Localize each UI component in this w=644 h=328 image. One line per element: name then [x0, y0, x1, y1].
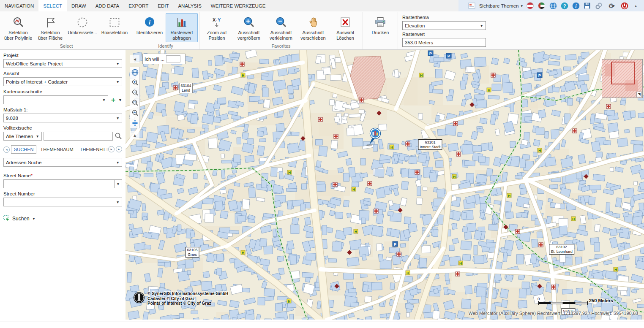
full-extent-globe-icon[interactable]: [130, 67, 139, 77]
zoom-in-extent-tool[interactable]: Ausschnitt vergrößern: [233, 13, 265, 42]
tab-analysis[interactable]: ANALYSIS: [173, 0, 206, 11]
zoom-out-extent-tool[interactable]: Ausschnitt verkleinern: [265, 13, 297, 42]
map-extents-select[interactable]: ▼: [3, 95, 108, 104]
collapse-ribbon-icon[interactable]: ▴: [632, 2, 640, 10]
zoom-in-icon[interactable]: [130, 77, 139, 87]
hand-icon: [307, 15, 319, 30]
add-extent-icon[interactable]: ＋: [110, 97, 117, 103]
copyright-line: Cadaster © City of Graz: [147, 296, 228, 301]
tab-navigation[interactable]: NAVIGATION: [0, 0, 38, 11]
flag-austria-icon[interactable]: [526, 2, 534, 10]
overview-toggle-icon[interactable]: ◥: [636, 92, 642, 97]
xy-coordinates-icon: X,Y: [210, 15, 223, 30]
tab-select[interactable]: SELECT: [38, 0, 67, 11]
street-name-dropdown-icon[interactable]: ▼: [114, 179, 122, 188]
select-circle-tool[interactable]: Umkreissele...: [66, 13, 98, 37]
rasterwert-field[interactable]: 353.0 Meters: [402, 38, 486, 47]
project-select[interactable]: WebOffice Sample Project▼: [3, 59, 122, 68]
i-will-widget[interactable]: Ich will ...: [142, 54, 186, 64]
copyright-line: Points of Interest © City of Graz: [147, 301, 228, 306]
flag-tool-icon: [44, 15, 57, 30]
tab-draw[interactable]: DRAW: [67, 0, 91, 11]
extent-menu-icon[interactable]: ▼: [118, 98, 122, 102]
group-label-identify: Identify: [132, 43, 199, 49]
printer-icon: [374, 15, 387, 30]
clear-selection-tool[interactable]: Auswahl Löschen: [329, 13, 361, 42]
search-magnifier-icon[interactable]: [115, 132, 122, 141]
select-polyline-tool[interactable]: Selektion über Polylinie: [2, 13, 34, 42]
identify-tool[interactable]: i Identifizieren: [134, 13, 166, 37]
district-label: 63104Lend: [179, 83, 193, 93]
print-tool[interactable]: Drucken: [364, 13, 396, 37]
flag-uae-icon[interactable]: [538, 2, 546, 10]
select-box-tool[interactable]: Boxselektion: [98, 13, 131, 37]
help-icon[interactable]: ?: [560, 2, 568, 10]
tabs-overflow-icon[interactable]: ▸: [116, 146, 122, 152]
pan-extent-tool[interactable]: Ausschnitt verschieben: [297, 13, 329, 42]
map-toolbar: ◂ ▴: [130, 55, 140, 143]
collapse-sidebar-button[interactable]: ◂: [130, 55, 139, 63]
scale-bar: 0 250 Meters: [538, 296, 622, 307]
chevron-down-icon[interactable]: ▾: [521, 4, 523, 8]
scale-distance-label: 250 Meters: [589, 298, 613, 303]
tab-weitere-werkzeuge[interactable]: WEITERE WERKZEUGE: [206, 0, 270, 11]
fulltext-search-input[interactable]: [44, 132, 113, 141]
search-tool-icon: [3, 215, 10, 222]
tabs-menu-icon[interactable]: ◂: [3, 146, 10, 153]
chevron-down-icon: ▼: [102, 98, 106, 102]
raster-query-tool[interactable]: Rasterwert abfragen: [166, 13, 198, 42]
bar-chart-icon: [175, 15, 188, 30]
visible-themes-icon[interactable]: [468, 2, 476, 10]
i-will-input[interactable]: [166, 55, 180, 62]
globe-icon[interactable]: [549, 2, 557, 10]
view-label: Ansicht: [3, 71, 122, 76]
pan-icon[interactable]: [130, 118, 139, 128]
scale-select[interactable]: 9.028▼: [3, 114, 122, 122]
zoom-out-icon[interactable]: [130, 87, 139, 98]
raster-panel: Rasterthema Elevation▼ Rasterwert 353.0 …: [398, 12, 488, 49]
visible-themes-label[interactable]: Sichtbare Themen: [479, 3, 519, 8]
map-viewport[interactable]: HHHHHHHHHHHHHHHHPPPP 63104Lend63101Inner…: [126, 50, 644, 320]
fulltext-scope-select[interactable]: Alle Themen▼: [3, 132, 42, 141]
link-icon[interactable]: [595, 2, 603, 10]
zoom-to-position-tool[interactable]: X,Y Zoom auf Position: [201, 13, 233, 42]
project-label: Projekt: [3, 53, 122, 58]
chevron-down-icon: ▼: [116, 80, 120, 84]
settings-gear-icon[interactable]: ⚙▾: [606, 2, 617, 10]
weboffice-app: NAVIGATION SELECT DRAW ADD DATA EXPORT E…: [0, 0, 644, 328]
tabs-scroll-right-icon[interactable]: ▸: [108, 146, 115, 152]
search-button[interactable]: Suchen ▼: [3, 215, 35, 222]
tab-edit[interactable]: EDIT: [153, 0, 173, 11]
scale-label: Maßstab 1:: [3, 107, 122, 112]
red-x-icon: [339, 15, 352, 30]
address-search-select[interactable]: Adressen Suche▼: [3, 158, 122, 167]
street-name-input[interactable]: [3, 179, 114, 188]
coordinate-statusbar: Web Mercator (Auxiliary Sphere) Rechtswe…: [468, 311, 638, 316]
view-select[interactable]: Points of Interest + Cadaster▼: [3, 77, 122, 86]
scale-zero-label: 0: [538, 296, 540, 301]
info-icon[interactable]: i: [572, 2, 580, 10]
rasterthema-select[interactable]: Elevation▼: [402, 21, 486, 30]
zoom-out-icon: [275, 15, 287, 30]
map-canvas[interactable]: HHHHHHHHHHHHHHHHPPPP: [126, 50, 644, 320]
collapse-map-toolbar-button[interactable]: ▴: [130, 131, 139, 139]
tab-export[interactable]: EXPORT: [124, 0, 153, 11]
district-label: 63102St. Leonhard: [549, 244, 574, 255]
street-number-select[interactable]: ▼: [3, 198, 122, 206]
logout-power-icon[interactable]: [620, 2, 628, 10]
zoom-in-icon: [243, 15, 255, 30]
previous-extent-icon[interactable]: [130, 108, 139, 118]
chevron-down-icon: ▼: [116, 62, 120, 66]
tab-suchen[interactable]: SUCHEN: [11, 145, 36, 154]
chevron-down-icon: ▼: [32, 217, 35, 221]
zoom-window-icon[interactable]: [130, 98, 139, 108]
svg-text:,: ,: [216, 18, 217, 22]
street-number-label: Street Number: [3, 191, 122, 196]
overview-map[interactable]: ◥: [602, 59, 643, 98]
required-mark: *: [31, 173, 33, 178]
select-area-tool[interactable]: Selektion über Fläche: [34, 13, 66, 42]
tab-add-data[interactable]: ADD DATA: [91, 0, 124, 11]
tab-themenbaum[interactable]: THEMENBAUM: [38, 146, 76, 153]
svg-text:X: X: [213, 17, 216, 22]
save-icon[interactable]: [583, 2, 591, 10]
